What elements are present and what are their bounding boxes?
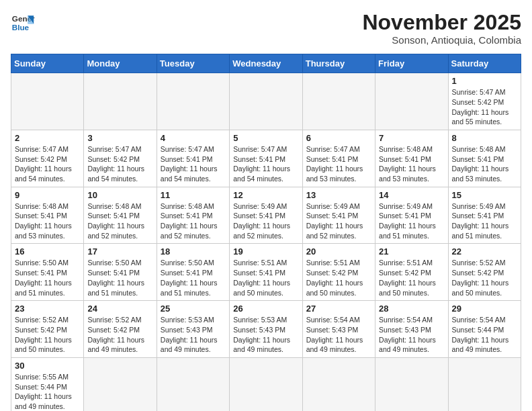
day-number: 17 bbox=[87, 246, 152, 257]
day-number: 3 bbox=[87, 133, 152, 143]
weekday-header-row: SundayMondayTuesdayWednesdayThursdayFrid… bbox=[11, 54, 521, 73]
day-info: Sunrise: 5:50 AM Sunset: 5:41 PM Dayligh… bbox=[15, 258, 80, 298]
calendar-cell: 14Sunrise: 5:49 AM Sunset: 5:41 PM Dayli… bbox=[375, 187, 448, 244]
calendar-cell: 30Sunrise: 5:55 AM Sunset: 5:44 PM Dayli… bbox=[11, 357, 84, 411]
calendar-cell: 2Sunrise: 5:47 AM Sunset: 5:42 PM Daylig… bbox=[11, 130, 84, 187]
day-number: 23 bbox=[15, 304, 80, 314]
day-number: 8 bbox=[452, 133, 517, 143]
calendar-cell: 26Sunrise: 5:53 AM Sunset: 5:43 PM Dayli… bbox=[230, 301, 302, 358]
calendar-cell bbox=[84, 357, 157, 411]
day-info: Sunrise: 5:50 AM Sunset: 5:41 PM Dayligh… bbox=[87, 258, 152, 298]
day-number: 18 bbox=[161, 246, 226, 257]
day-info: Sunrise: 5:51 AM Sunset: 5:42 PM Dayligh… bbox=[379, 258, 444, 298]
day-number: 22 bbox=[452, 246, 517, 257]
day-number: 19 bbox=[233, 246, 298, 257]
day-info: Sunrise: 5:54 AM Sunset: 5:43 PM Dayligh… bbox=[379, 315, 444, 355]
location-title: Sonson, Antioquia, Colombia bbox=[362, 34, 521, 46]
calendar-cell bbox=[157, 73, 229, 130]
day-number: 9 bbox=[15, 190, 80, 200]
day-number: 14 bbox=[379, 190, 444, 200]
calendar-cell: 6Sunrise: 5:47 AM Sunset: 5:41 PM Daylig… bbox=[302, 130, 375, 187]
day-info: Sunrise: 5:48 AM Sunset: 5:41 PM Dayligh… bbox=[379, 144, 444, 184]
day-info: Sunrise: 5:51 AM Sunset: 5:42 PM Dayligh… bbox=[306, 258, 371, 298]
day-info: Sunrise: 5:49 AM Sunset: 5:41 PM Dayligh… bbox=[233, 201, 298, 241]
calendar-cell: 4Sunrise: 5:47 AM Sunset: 5:41 PM Daylig… bbox=[157, 130, 229, 187]
calendar-cell: 23Sunrise: 5:52 AM Sunset: 5:42 PM Dayli… bbox=[11, 301, 84, 358]
day-number: 20 bbox=[306, 246, 371, 257]
calendar-cell: 5Sunrise: 5:47 AM Sunset: 5:41 PM Daylig… bbox=[230, 130, 302, 187]
day-info: Sunrise: 5:48 AM Sunset: 5:41 PM Dayligh… bbox=[452, 144, 517, 184]
calendar-cell: 3Sunrise: 5:47 AM Sunset: 5:42 PM Daylig… bbox=[84, 130, 157, 187]
day-number: 2 bbox=[15, 133, 80, 143]
calendar-cell: 29Sunrise: 5:54 AM Sunset: 5:44 PM Dayli… bbox=[448, 301, 521, 358]
calendar-cell: 7Sunrise: 5:48 AM Sunset: 5:41 PM Daylig… bbox=[375, 130, 448, 187]
day-number: 1 bbox=[452, 76, 517, 86]
day-number: 6 bbox=[306, 133, 371, 143]
calendar-cell bbox=[302, 357, 375, 411]
calendar-cell: 22Sunrise: 5:52 AM Sunset: 5:42 PM Dayli… bbox=[448, 244, 521, 301]
calendar-cell: 24Sunrise: 5:52 AM Sunset: 5:42 PM Dayli… bbox=[84, 301, 157, 358]
day-number: 25 bbox=[161, 304, 226, 314]
weekday-header-thursday: Thursday bbox=[302, 54, 375, 73]
calendar-cell bbox=[11, 73, 84, 130]
calendar-cell: 16Sunrise: 5:50 AM Sunset: 5:41 PM Dayli… bbox=[11, 244, 84, 301]
day-info: Sunrise: 5:52 AM Sunset: 5:42 PM Dayligh… bbox=[452, 258, 517, 298]
calendar-cell bbox=[448, 357, 521, 411]
calendar-cell: 11Sunrise: 5:48 AM Sunset: 5:41 PM Dayli… bbox=[157, 187, 229, 244]
day-number: 13 bbox=[306, 190, 371, 200]
weekday-header-tuesday: Tuesday bbox=[157, 54, 229, 73]
svg-text:Blue: Blue bbox=[12, 23, 30, 32]
day-info: Sunrise: 5:50 AM Sunset: 5:41 PM Dayligh… bbox=[161, 258, 226, 298]
day-info: Sunrise: 5:53 AM Sunset: 5:43 PM Dayligh… bbox=[161, 315, 226, 355]
day-info: Sunrise: 5:53 AM Sunset: 5:43 PM Dayligh… bbox=[233, 315, 298, 355]
day-info: Sunrise: 5:49 AM Sunset: 5:41 PM Dayligh… bbox=[452, 201, 517, 241]
day-info: Sunrise: 5:47 AM Sunset: 5:41 PM Dayligh… bbox=[306, 144, 371, 184]
day-number: 27 bbox=[306, 304, 371, 314]
calendar-cell: 12Sunrise: 5:49 AM Sunset: 5:41 PM Dayli… bbox=[230, 187, 302, 244]
calendar-cell: 1Sunrise: 5:47 AM Sunset: 5:42 PM Daylig… bbox=[448, 73, 521, 130]
day-info: Sunrise: 5:54 AM Sunset: 5:43 PM Dayligh… bbox=[306, 315, 371, 355]
calendar-cell bbox=[302, 73, 375, 130]
calendar-week-3: 9Sunrise: 5:48 AM Sunset: 5:41 PM Daylig… bbox=[11, 187, 521, 244]
day-number: 12 bbox=[233, 190, 298, 200]
calendar-week-6: 30Sunrise: 5:55 AM Sunset: 5:44 PM Dayli… bbox=[11, 357, 521, 411]
day-info: Sunrise: 5:51 AM Sunset: 5:41 PM Dayligh… bbox=[233, 258, 298, 298]
calendar-week-4: 16Sunrise: 5:50 AM Sunset: 5:41 PM Dayli… bbox=[11, 244, 521, 301]
calendar-cell: 27Sunrise: 5:54 AM Sunset: 5:43 PM Dayli… bbox=[302, 301, 375, 358]
day-number: 15 bbox=[452, 190, 517, 200]
day-info: Sunrise: 5:48 AM Sunset: 5:41 PM Dayligh… bbox=[15, 201, 80, 241]
calendar-cell bbox=[230, 73, 302, 130]
page-header: General Blue November 2025 Sonson, Antio… bbox=[11, 11, 521, 46]
day-info: Sunrise: 5:47 AM Sunset: 5:41 PM Dayligh… bbox=[161, 144, 226, 184]
day-info: Sunrise: 5:47 AM Sunset: 5:42 PM Dayligh… bbox=[15, 144, 80, 184]
day-number: 24 bbox=[87, 304, 152, 314]
day-number: 28 bbox=[379, 304, 444, 314]
day-info: Sunrise: 5:54 AM Sunset: 5:44 PM Dayligh… bbox=[452, 315, 517, 355]
day-info: Sunrise: 5:52 AM Sunset: 5:42 PM Dayligh… bbox=[87, 315, 152, 355]
calendar-cell: 9Sunrise: 5:48 AM Sunset: 5:41 PM Daylig… bbox=[11, 187, 84, 244]
calendar-cell: 19Sunrise: 5:51 AM Sunset: 5:41 PM Dayli… bbox=[230, 244, 302, 301]
day-number: 26 bbox=[233, 304, 298, 314]
calendar-week-2: 2Sunrise: 5:47 AM Sunset: 5:42 PM Daylig… bbox=[11, 130, 521, 187]
weekday-header-wednesday: Wednesday bbox=[230, 54, 302, 73]
calendar-cell: 17Sunrise: 5:50 AM Sunset: 5:41 PM Dayli… bbox=[84, 244, 157, 301]
day-number: 21 bbox=[379, 246, 444, 257]
day-info: Sunrise: 5:49 AM Sunset: 5:41 PM Dayligh… bbox=[306, 201, 371, 241]
calendar-cell: 13Sunrise: 5:49 AM Sunset: 5:41 PM Dayli… bbox=[302, 187, 375, 244]
day-number: 29 bbox=[452, 304, 517, 314]
day-info: Sunrise: 5:48 AM Sunset: 5:41 PM Dayligh… bbox=[87, 201, 152, 241]
calendar-cell: 28Sunrise: 5:54 AM Sunset: 5:43 PM Dayli… bbox=[375, 301, 448, 358]
calendar-cell bbox=[375, 357, 448, 411]
day-number: 4 bbox=[161, 133, 226, 143]
logo: General Blue bbox=[11, 11, 35, 35]
calendar-cell: 25Sunrise: 5:53 AM Sunset: 5:43 PM Dayli… bbox=[157, 301, 229, 358]
calendar-cell: 20Sunrise: 5:51 AM Sunset: 5:42 PM Dayli… bbox=[302, 244, 375, 301]
calendar-cell: 15Sunrise: 5:49 AM Sunset: 5:41 PM Dayli… bbox=[448, 187, 521, 244]
calendar-cell bbox=[84, 73, 157, 130]
day-number: 5 bbox=[233, 133, 298, 143]
calendar-cell: 21Sunrise: 5:51 AM Sunset: 5:42 PM Dayli… bbox=[375, 244, 448, 301]
weekday-header-sunday: Sunday bbox=[11, 54, 84, 73]
day-info: Sunrise: 5:55 AM Sunset: 5:44 PM Dayligh… bbox=[15, 372, 80, 411]
calendar-cell: 18Sunrise: 5:50 AM Sunset: 5:41 PM Dayli… bbox=[157, 244, 229, 301]
calendar-cell bbox=[375, 73, 448, 130]
